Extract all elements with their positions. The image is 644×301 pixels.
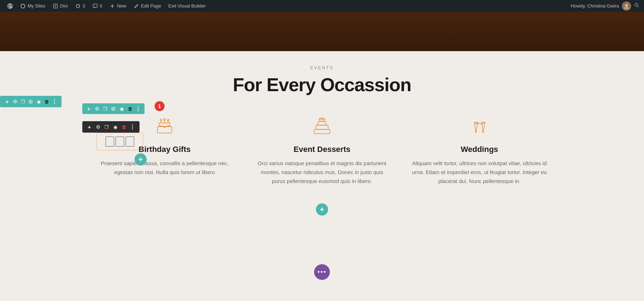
module-toggle-icon[interactable] — [118, 105, 125, 112]
bottom-add-button[interactable] — [316, 203, 328, 216]
row-settings-icon[interactable] — [94, 123, 102, 130]
module-more-icon[interactable] — [135, 105, 142, 112]
avatar[interactable] — [622, 1, 631, 11]
howdy-text: Howdy, Christina Gwira — [571, 3, 619, 9]
section-toggle-icon[interactable] — [35, 98, 42, 105]
admin-bar-right: Howdy, Christina Gwira — [571, 1, 640, 11]
svg-rect-1 — [53, 4, 57, 8]
edit-page-menu[interactable]: Edit Page — [131, 0, 164, 12]
svg-point-10 — [164, 119, 166, 120]
new-label: New — [117, 3, 126, 9]
bottom-add-area — [7, 203, 637, 216]
hero-image — [0, 12, 644, 51]
section-delete-icon[interactable] — [43, 98, 50, 105]
my-sites-label: My Sites — [28, 3, 45, 9]
weddings-title: Weddings — [411, 145, 547, 154]
preview-bar-3 — [126, 137, 134, 147]
new-menu[interactable]: New — [107, 0, 129, 12]
svg-rect-12 — [314, 129, 330, 134]
edit-page-label: Edit Page — [141, 3, 161, 9]
comments-count: 0 — [100, 3, 102, 9]
svg-point-3 — [635, 3, 638, 6]
svg-point-20 — [323, 118, 325, 120]
search-icon[interactable] — [634, 3, 640, 9]
svg-point-2 — [625, 4, 628, 7]
section-layout-icon[interactable] — [27, 98, 34, 105]
svg-point-19 — [321, 118, 323, 119]
weddings-icon — [411, 113, 547, 138]
row-toolbar — [82, 121, 140, 133]
desserts-column: Event Desserts Orci varius natoque penat… — [254, 113, 390, 186]
column-preview — [97, 133, 143, 150]
svg-point-9 — [160, 119, 162, 121]
preview-bar-2 — [116, 137, 124, 147]
divi-menu[interactable]: Divi — [50, 0, 71, 12]
badge-count: 1 — [158, 103, 161, 109]
module-add-icon[interactable] — [85, 105, 92, 112]
svg-point-18 — [319, 118, 321, 120]
events-label: EVENTS — [7, 65, 637, 70]
dots-label: ••• — [318, 269, 327, 275]
svg-point-11 — [167, 119, 169, 121]
updates-menu[interactable]: 3 — [72, 0, 88, 12]
module-layout-icon[interactable] — [110, 105, 117, 112]
section-more-icon[interactable] — [51, 98, 58, 105]
section-toolbar — [0, 96, 62, 107]
row-toggle-icon[interactable] — [112, 123, 119, 130]
module-settings-icon[interactable] — [93, 105, 101, 112]
row-more-icon[interactable] — [129, 123, 136, 130]
updates-count: 3 — [83, 3, 85, 9]
desserts-icon — [254, 113, 390, 138]
col1-add-button[interactable] — [135, 153, 147, 166]
bottom-dots-button[interactable]: ••• — [314, 264, 330, 280]
add-module-button[interactable] — [135, 153, 147, 166]
row-delete-icon[interactable] — [120, 123, 127, 130]
comments-menu[interactable]: 0 — [89, 0, 105, 12]
my-sites-menu[interactable]: My Sites — [17, 0, 48, 12]
exit-vb-label: Exit Visual Builder — [168, 3, 206, 9]
notification-badge: 1 — [155, 101, 165, 111]
section-clone-icon[interactable] — [19, 98, 26, 105]
wp-logo[interactable] — [4, 0, 16, 12]
admin-bar: My Sites Divi 3 0 New Edit Page Exit Vis… — [0, 0, 644, 12]
weddings-desc: Aliquam velit tortor, ultrices non volut… — [411, 159, 547, 186]
divi-label: Divi — [60, 3, 68, 9]
events-header: EVENTS For Every Occassion — [7, 65, 637, 95]
module-toolbar — [82, 103, 145, 114]
section-add-icon[interactable] — [4, 98, 11, 105]
svg-rect-14 — [318, 122, 326, 125]
preview-bar-1 — [106, 137, 114, 147]
three-columns: Birthday Gifts Praesent sapien massa, co… — [89, 113, 555, 186]
main-content: EVENTS For Every Occassion — [0, 51, 644, 301]
events-title: For Every Occassion — [7, 74, 637, 95]
desserts-title: Event Desserts — [254, 145, 390, 154]
module-clone-icon[interactable] — [102, 105, 109, 112]
row-clone-icon[interactable] — [103, 123, 110, 130]
section-settings-icon[interactable] — [11, 98, 19, 105]
birthday-desc: Praesent sapien massa, convallis a pelle… — [97, 159, 233, 177]
desserts-desc: Orci varius natoque penatibus et magnis … — [254, 159, 390, 186]
weddings-column: Weddings Aliquam velit tortor, ultrices … — [411, 113, 547, 186]
row-add-icon[interactable] — [86, 123, 93, 130]
exit-vb-menu[interactable]: Exit Visual Builder — [165, 0, 209, 12]
svg-rect-13 — [316, 125, 328, 129]
module-delete-icon[interactable] — [126, 105, 133, 112]
